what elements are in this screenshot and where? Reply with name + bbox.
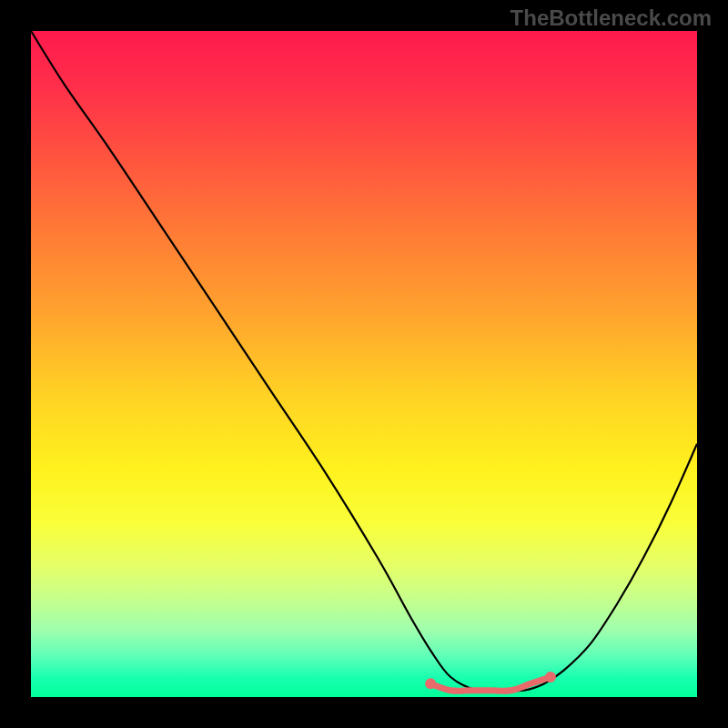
bottleneck-curve-path [31,31,697,692]
watermark-text: TheBottleneck.com [511,5,712,31]
chart-plot-area [31,31,697,697]
optimal-highlight-dot [425,678,436,689]
chart-svg [31,31,697,697]
optimal-highlight-dot [545,672,556,682]
